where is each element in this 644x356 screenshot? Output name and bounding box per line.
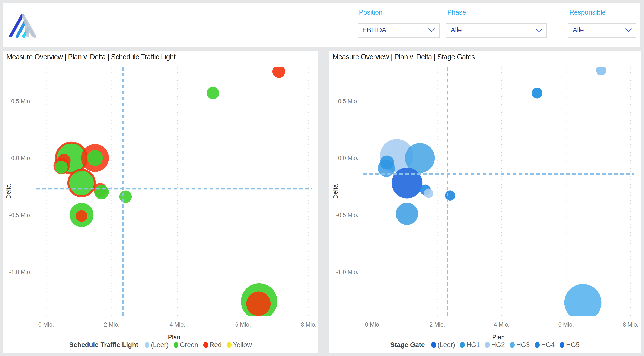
legend-dot-icon [145, 342, 149, 348]
legend-item-label: HG5 [566, 341, 580, 349]
legend-item-label: Red [210, 341, 222, 349]
y-tick-label: 0,0 Mio. [11, 155, 32, 161]
bubble-HG1[interactable] [378, 160, 395, 177]
bubble-Red[interactable] [246, 291, 270, 316]
legend-item-label: HG3 [516, 341, 530, 349]
legend-item-label: HG4 [541, 341, 555, 349]
filter-position-label: Position [359, 9, 382, 16]
legend-item-HG2[interactable]: HG2 [485, 341, 505, 349]
x-tick-label: 6 Mio. [235, 321, 251, 328]
x-axis-title: Plan [168, 334, 180, 341]
stage-gates-chart-plot[interactable]: 0 Mio.2 Mio.4 Mio.6 Mio.8 Mio.0,5 Mio.0,… [329, 51, 640, 352]
y-tick-label: 0,0 Mio. [338, 155, 358, 161]
traffic-light-legend: Schedule Traffic Light(Leer)GreenRedYell… [3, 341, 318, 349]
y-tick-label: -1,0 Mio. [336, 269, 358, 275]
legend-item-(Leer)[interactable]: (Leer) [431, 341, 455, 349]
filter-responsible-dropdown[interactable]: Alle [568, 23, 636, 38]
legend-title: Stage Gate [390, 341, 425, 349]
legend-item-label: Yellow [233, 341, 252, 349]
legend-item-label: (Leer) [151, 341, 168, 349]
traffic-light-chart-plot[interactable]: 0 Mio.2 Mio.4 Mio.6 Mio.8 Mio.0,5 Mio.0,… [3, 51, 318, 352]
legend-item-label: HG2 [491, 341, 505, 349]
legend-dot-icon [485, 342, 490, 348]
filter-phase-label: Phase [447, 9, 466, 16]
bubble-Green[interactable] [87, 150, 103, 166]
bubble-(Leer)[interactable] [392, 168, 422, 199]
filter-phase-dropdown[interactable]: Alle [446, 23, 547, 38]
chevron-down-icon[interactable] [428, 28, 435, 33]
stage-gates-chart-card: Measure Overview | Plan v. Delta | Stage… [329, 51, 640, 352]
filter-position-dropdown[interactable]: EBITDA [358, 23, 440, 38]
bubble-HG2[interactable] [596, 65, 606, 75]
legend-dot-icon [174, 342, 178, 348]
legend-item-Yellow[interactable]: Yellow [227, 341, 252, 349]
legend-dot-icon [203, 342, 208, 348]
legend-item-Red[interactable]: Red [203, 341, 222, 349]
bubble-layer [378, 65, 606, 321]
legend-item-HG3[interactable]: HG3 [510, 341, 530, 349]
x-tick-label: 4 Mio. [170, 321, 186, 328]
bubble-layer [53, 65, 285, 319]
filter-position: Position EBITDA [358, 3, 440, 47]
filter-phase: Phase Alle [446, 3, 547, 47]
bubble-HG2[interactable] [424, 189, 433, 198]
filter-responsible: Responsible Alle [568, 3, 636, 47]
legend-title: Schedule Traffic Light [69, 341, 138, 349]
header-bar: Position EBITDA Phase Alle Responsible A… [2, 3, 640, 47]
bubble-Green[interactable] [94, 185, 109, 199]
chevron-down-icon[interactable] [625, 28, 632, 33]
bubble-HG3[interactable] [564, 284, 601, 321]
legend-dot-icon [227, 342, 232, 348]
legend-item-label: HG1 [466, 341, 480, 349]
legend-item-label: (Leer) [438, 341, 455, 349]
dashboard-page: { "header": { "logo_colors": ["#2d43cf",… [0, 0, 644, 356]
y-tick-label: 0,5 Mio. [338, 98, 358, 104]
legend-item-HG4[interactable]: HG4 [535, 341, 555, 349]
x-tick-label: 8 Mio. [301, 321, 317, 328]
filter-phase-value: Alle [451, 26, 462, 34]
legend-dot-icon [431, 342, 436, 348]
bubble-HG4[interactable] [445, 191, 455, 201]
legend-item-HG1[interactable]: HG1 [460, 341, 480, 349]
stage-gates-legend: Stage Gate(Leer)HG1HG2HG3HG4HG5 [329, 341, 640, 349]
x-tick-label: 2 Mio. [429, 321, 445, 328]
legend-dot-icon [535, 342, 540, 348]
x-tick-label: 2 Mio. [104, 321, 120, 328]
bubble-HG3[interactable] [396, 203, 418, 225]
legend-item-Green[interactable]: Green [174, 341, 198, 349]
x-tick-label: 8 Mio. [623, 321, 638, 328]
traffic-light-chart-card: Measure Overview | Plan v. Delta | Sched… [3, 51, 318, 352]
x-tick-label: 0 Mio. [38, 321, 54, 328]
y-axis-title: Delta [332, 184, 339, 199]
bubble-Red[interactable] [272, 65, 285, 78]
legend-item-HG5[interactable]: HG5 [560, 341, 580, 349]
legend-item-(Leer)[interactable]: (Leer) [145, 341, 168, 349]
y-tick-label: -1,0 Mio. [9, 269, 32, 275]
y-axis-title: Delta [5, 184, 12, 199]
bubble-HG4[interactable] [532, 88, 542, 98]
chevron-down-icon[interactable] [536, 28, 543, 33]
y-tick-label: -0,5 Mio. [9, 212, 32, 218]
x-tick-label: 6 Mio. [558, 321, 574, 328]
y-tick-label: -0,5 Mio. [336, 212, 358, 218]
bubble-Red[interactable] [76, 210, 87, 222]
filter-position-value: EBITDA [362, 26, 386, 34]
legend-dot-icon [460, 342, 465, 348]
filter-responsible-label: Responsible [569, 9, 606, 16]
bubble-Green[interactable] [119, 191, 132, 203]
bubble-Green[interactable] [55, 161, 68, 173]
filter-responsible-value: Alle [573, 26, 584, 34]
legend-dot-icon [560, 342, 564, 348]
legend-dot-icon [510, 342, 515, 348]
company-logo-icon [9, 13, 37, 39]
x-tick-label: 4 Mio. [494, 321, 510, 328]
legend-item-label: Green [180, 341, 198, 349]
x-tick-label: 0 Mio. [365, 321, 381, 328]
y-tick-label: 0,5 Mio. [11, 98, 32, 104]
x-axis-title: Plan [492, 334, 505, 341]
bubble-Green[interactable] [206, 87, 219, 99]
bubble-Green[interactable] [68, 170, 95, 196]
